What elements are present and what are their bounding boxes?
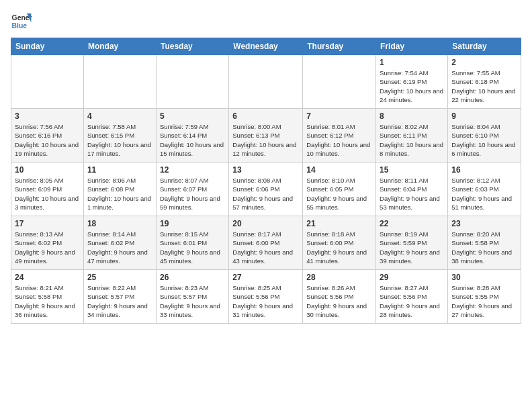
day-info: Sunrise: 8:25 AMSunset: 5:56 PMDaylight:… <box>232 283 299 319</box>
day-number: 22 <box>380 219 444 228</box>
day-number: 27 <box>232 273 299 282</box>
calendar-cell: 17Sunrise: 8:13 AMSunset: 6:02 PMDayligh… <box>11 216 84 270</box>
calendar-cell: 1Sunrise: 7:54 AMSunset: 6:19 PMDaylight… <box>376 55 448 109</box>
calendar-cell: 7Sunrise: 8:01 AMSunset: 6:12 PMDaylight… <box>303 109 376 163</box>
day-number: 11 <box>87 165 152 175</box>
calendar-cell: 18Sunrise: 8:14 AMSunset: 6:02 PMDayligh… <box>83 216 156 270</box>
calendar-cell: 4Sunrise: 7:58 AMSunset: 6:15 PMDaylight… <box>83 109 156 163</box>
day-info: Sunrise: 8:17 AMSunset: 6:00 PMDaylight:… <box>232 230 299 265</box>
day-info: Sunrise: 8:23 AMSunset: 5:57 PMDaylight:… <box>160 283 225 319</box>
calendar-cell: 3Sunrise: 7:56 AMSunset: 6:16 PMDaylight… <box>11 109 84 163</box>
calendar-week-row: 3Sunrise: 7:56 AMSunset: 6:16 PMDaylight… <box>11 109 521 163</box>
day-number: 16 <box>451 165 517 175</box>
day-info: Sunrise: 8:20 AMSunset: 5:58 PMDaylight:… <box>451 230 517 265</box>
day-info: Sunrise: 7:58 AMSunset: 6:15 PMDaylight:… <box>87 122 152 158</box>
logo: General Blue <box>11 11 35 32</box>
calendar-cell: 2Sunrise: 7:55 AMSunset: 6:18 PMDaylight… <box>448 55 521 109</box>
day-info: Sunrise: 8:08 AMSunset: 6:06 PMDaylight:… <box>232 176 299 212</box>
day-info: Sunrise: 8:22 AMSunset: 5:57 PMDaylight:… <box>87 283 152 319</box>
calendar-cell <box>83 55 156 109</box>
day-info: Sunrise: 8:21 AMSunset: 5:58 PMDaylight:… <box>15 283 80 319</box>
calendar-cell: 9Sunrise: 8:04 AMSunset: 6:10 PMDaylight… <box>448 109 521 163</box>
day-info: Sunrise: 7:55 AMSunset: 6:18 PMDaylight:… <box>451 68 517 104</box>
day-number: 20 <box>232 219 299 228</box>
day-info: Sunrise: 7:56 AMSunset: 6:16 PMDaylight:… <box>15 122 80 158</box>
day-number: 30 <box>451 273 517 282</box>
calendar-header-row: SundayMondayTuesdayWednesdayThursdayFrid… <box>11 38 521 55</box>
calendar-table: SundayMondayTuesdayWednesdayThursdayFrid… <box>11 38 521 324</box>
day-number: 13 <box>232 165 299 175</box>
calendar-cell: 21Sunrise: 8:18 AMSunset: 6:00 PMDayligh… <box>303 216 376 270</box>
calendar-cell: 26Sunrise: 8:23 AMSunset: 5:57 PMDayligh… <box>156 270 228 324</box>
day-number: 6 <box>232 111 299 121</box>
calendar-cell <box>11 55 84 109</box>
calendar-cell: 5Sunrise: 7:59 AMSunset: 6:14 PMDaylight… <box>156 109 228 163</box>
col-header-wednesday: Wednesday <box>229 38 303 55</box>
calendar-cell: 30Sunrise: 8:28 AMSunset: 5:55 PMDayligh… <box>448 270 521 324</box>
day-number: 17 <box>15 219 80 228</box>
day-info: Sunrise: 7:59 AMSunset: 6:14 PMDaylight:… <box>160 122 225 158</box>
calendar-week-row: 1Sunrise: 7:54 AMSunset: 6:19 PMDaylight… <box>11 55 521 109</box>
calendar-week-row: 17Sunrise: 8:13 AMSunset: 6:02 PMDayligh… <box>11 216 521 270</box>
calendar-cell: 10Sunrise: 8:05 AMSunset: 6:09 PMDayligh… <box>11 163 84 216</box>
day-number: 26 <box>160 273 225 282</box>
calendar-cell <box>229 55 303 109</box>
day-number: 14 <box>306 165 372 175</box>
day-number: 8 <box>380 111 444 121</box>
day-number: 7 <box>306 111 372 121</box>
calendar-cell: 19Sunrise: 8:15 AMSunset: 6:01 PMDayligh… <box>156 216 228 270</box>
svg-text:Blue: Blue <box>12 22 28 30</box>
day-info: Sunrise: 8:11 AMSunset: 6:04 PMDaylight:… <box>380 176 444 212</box>
day-number: 29 <box>380 273 444 282</box>
day-number: 25 <box>87 273 152 282</box>
calendar-cell: 6Sunrise: 8:00 AMSunset: 6:13 PMDaylight… <box>229 109 303 163</box>
day-number: 19 <box>160 219 225 228</box>
calendar-cell: 25Sunrise: 8:22 AMSunset: 5:57 PMDayligh… <box>83 270 156 324</box>
day-info: Sunrise: 8:07 AMSunset: 6:07 PMDaylight:… <box>160 176 225 212</box>
calendar-cell: 24Sunrise: 8:21 AMSunset: 5:58 PMDayligh… <box>11 270 84 324</box>
calendar-cell: 29Sunrise: 8:27 AMSunset: 5:56 PMDayligh… <box>376 270 448 324</box>
day-number: 24 <box>15 273 80 282</box>
day-info: Sunrise: 8:28 AMSunset: 5:55 PMDaylight:… <box>451 283 517 319</box>
day-info: Sunrise: 7:54 AMSunset: 6:19 PMDaylight:… <box>380 68 444 104</box>
day-number: 2 <box>451 58 517 67</box>
day-info: Sunrise: 8:06 AMSunset: 6:08 PMDaylight:… <box>87 176 152 212</box>
logo-icon: General Blue <box>11 11 32 32</box>
col-header-thursday: Thursday <box>303 38 376 55</box>
calendar-cell: 11Sunrise: 8:06 AMSunset: 6:08 PMDayligh… <box>83 163 156 216</box>
page-header: General Blue <box>11 11 521 32</box>
day-number: 9 <box>451 111 517 121</box>
calendar-cell: 22Sunrise: 8:19 AMSunset: 5:59 PMDayligh… <box>376 216 448 270</box>
day-number: 15 <box>380 165 444 175</box>
calendar-cell: 12Sunrise: 8:07 AMSunset: 6:07 PMDayligh… <box>156 163 228 216</box>
day-info: Sunrise: 8:00 AMSunset: 6:13 PMDaylight:… <box>232 122 299 158</box>
day-info: Sunrise: 8:18 AMSunset: 6:00 PMDaylight:… <box>306 230 372 265</box>
day-number: 23 <box>451 219 517 228</box>
day-number: 21 <box>306 219 372 228</box>
calendar-cell: 8Sunrise: 8:02 AMSunset: 6:11 PMDaylight… <box>376 109 448 163</box>
day-number: 10 <box>15 165 80 175</box>
calendar-cell: 15Sunrise: 8:11 AMSunset: 6:04 PMDayligh… <box>376 163 448 216</box>
day-info: Sunrise: 8:10 AMSunset: 6:05 PMDaylight:… <box>306 176 372 212</box>
calendar-cell: 16Sunrise: 8:12 AMSunset: 6:03 PMDayligh… <box>448 163 521 216</box>
day-info: Sunrise: 8:26 AMSunset: 5:56 PMDaylight:… <box>306 283 372 319</box>
day-info: Sunrise: 8:14 AMSunset: 6:02 PMDaylight:… <box>87 230 152 265</box>
day-info: Sunrise: 8:05 AMSunset: 6:09 PMDaylight:… <box>15 176 80 212</box>
day-number: 18 <box>87 219 152 228</box>
calendar-cell <box>156 55 228 109</box>
col-header-tuesday: Tuesday <box>156 38 228 55</box>
calendar-cell: 13Sunrise: 8:08 AMSunset: 6:06 PMDayligh… <box>229 163 303 216</box>
calendar-cell: 23Sunrise: 8:20 AMSunset: 5:58 PMDayligh… <box>448 216 521 270</box>
day-number: 4 <box>87 111 152 121</box>
day-info: Sunrise: 8:01 AMSunset: 6:12 PMDaylight:… <box>306 122 372 158</box>
day-info: Sunrise: 8:27 AMSunset: 5:56 PMDaylight:… <box>380 283 444 319</box>
day-number: 28 <box>306 273 372 282</box>
col-header-monday: Monday <box>83 38 156 55</box>
day-number: 1 <box>380 58 444 67</box>
day-number: 12 <box>160 165 225 175</box>
calendar-cell: 14Sunrise: 8:10 AMSunset: 6:05 PMDayligh… <box>303 163 376 216</box>
day-info: Sunrise: 8:04 AMSunset: 6:10 PMDaylight:… <box>451 122 517 158</box>
col-header-friday: Friday <box>376 38 448 55</box>
col-header-sunday: Sunday <box>11 38 84 55</box>
day-info: Sunrise: 8:15 AMSunset: 6:01 PMDaylight:… <box>160 230 225 265</box>
